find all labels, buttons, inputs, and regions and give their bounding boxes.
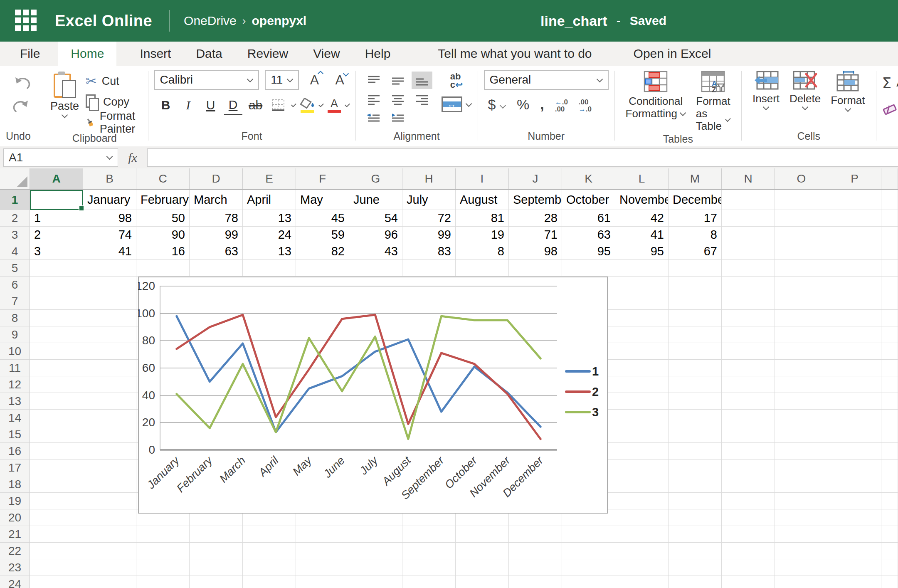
cell-L17[interactable] <box>615 460 669 476</box>
row-header-8[interactable]: 8 <box>0 310 30 326</box>
cell-F22[interactable] <box>296 543 349 559</box>
cell-N3[interactable] <box>722 227 775 243</box>
undo-button[interactable] <box>12 76 31 92</box>
delete-cells-button[interactable]: Delete <box>789 71 821 111</box>
increase-decimal-button[interactable]: ←.0.00 <box>555 99 568 113</box>
cell-D2[interactable]: 78 <box>190 210 243 227</box>
strikethrough-button[interactable]: ab <box>247 96 265 114</box>
cell-D5[interactable] <box>190 260 243 277</box>
column-header-O[interactable]: O <box>775 168 828 189</box>
row-header-17[interactable]: 17 <box>0 460 30 476</box>
cell-M1[interactable]: December <box>669 190 722 210</box>
cell-P13[interactable] <box>828 393 881 410</box>
cell-G23[interactable] <box>349 559 402 576</box>
cell-F23[interactable] <box>296 559 349 576</box>
cell-E4[interactable]: 13 <box>243 243 296 260</box>
cell-M6[interactable] <box>669 277 722 293</box>
cell-N20[interactable] <box>722 509 775 526</box>
row-header-9[interactable]: 9 <box>0 326 30 343</box>
cell-E2[interactable]: 13 <box>243 210 296 227</box>
cell-O6[interactable] <box>775 277 828 293</box>
cell-L22[interactable] <box>615 543 669 559</box>
align-bottom-button[interactable] <box>412 72 432 89</box>
fill-color-button[interactable] <box>300 98 315 113</box>
cell-O23[interactable] <box>775 559 828 576</box>
format-as-table-button[interactable]: A Z Format as Table <box>696 71 730 132</box>
cell-C21[interactable] <box>136 526 190 543</box>
cell-H22[interactable] <box>402 543 456 559</box>
cell-J22[interactable] <box>509 543 562 559</box>
cell-N13[interactable] <box>722 393 775 410</box>
cell-O17[interactable] <box>775 460 828 476</box>
cell-partial[interactable] <box>881 293 898 310</box>
cell-A24[interactable] <box>30 576 83 588</box>
cell-L19[interactable] <box>615 493 669 509</box>
cell-N6[interactable] <box>722 277 775 293</box>
cell-M24[interactable] <box>669 576 722 588</box>
cell-B6[interactable] <box>83 277 136 293</box>
cell-M4[interactable]: 67 <box>669 243 722 260</box>
cell-J4[interactable]: 98 <box>509 243 562 260</box>
cell-I1[interactable]: August <box>456 190 509 210</box>
cell-N21[interactable] <box>722 526 775 543</box>
cell-A20[interactable] <box>30 509 83 526</box>
cell-L16[interactable] <box>615 443 669 460</box>
cell-G21[interactable] <box>349 526 402 543</box>
underline-button[interactable]: U <box>202 96 220 114</box>
cut-button[interactable]: ✂ Cut <box>86 72 142 90</box>
cell-M17[interactable] <box>669 460 722 476</box>
format-as-table-dropdown-icon[interactable] <box>725 116 730 121</box>
cell-A1[interactable] <box>30 190 83 210</box>
copy-button[interactable]: Copy <box>86 93 142 111</box>
cell-partial[interactable] <box>881 526 898 543</box>
name-box[interactable]: A1 <box>3 148 118 167</box>
cell-P4[interactable] <box>828 243 881 260</box>
paste-button[interactable]: Paste <box>50 72 79 119</box>
document-title[interactable]: line_chart <box>540 13 607 29</box>
cell-N1[interactable] <box>722 190 775 210</box>
cell-J24[interactable] <box>509 576 562 588</box>
cell-P14[interactable] <box>828 410 881 426</box>
cell-M16[interactable] <box>669 443 722 460</box>
cell-A4[interactable]: 3 <box>30 243 83 260</box>
cell-A22[interactable] <box>30 543 83 559</box>
wrap-text-button[interactable]: ab c↩ <box>450 72 463 89</box>
cell-P1[interactable] <box>828 190 881 210</box>
row-header-16[interactable]: 16 <box>0 443 30 460</box>
cell-A9[interactable] <box>30 326 83 343</box>
cell-O19[interactable] <box>775 493 828 509</box>
cell-M19[interactable] <box>669 493 722 509</box>
row-header-11[interactable]: 11 <box>0 360 30 376</box>
cell-P15[interactable] <box>828 426 881 443</box>
cell-N17[interactable] <box>722 460 775 476</box>
cell-partial[interactable] <box>881 443 898 460</box>
cell-L6[interactable] <box>615 277 669 293</box>
cell-I2[interactable]: 81 <box>456 210 509 227</box>
paste-dropdown-icon[interactable] <box>62 112 68 119</box>
column-header-H[interactable]: H <box>402 168 456 189</box>
column-header-C[interactable]: C <box>136 168 190 189</box>
cell-B1[interactable]: January <box>83 190 136 210</box>
cell-B12[interactable] <box>83 376 136 393</box>
cell-M20[interactable] <box>669 509 722 526</box>
cell-O3[interactable] <box>775 227 828 243</box>
cell-G4[interactable]: 43 <box>349 243 402 260</box>
cell-L13[interactable] <box>615 393 669 410</box>
cell-O10[interactable] <box>775 343 828 360</box>
cell-D1[interactable]: March <box>190 190 243 210</box>
insert-function-button[interactable]: fx <box>118 149 147 166</box>
cell-I22[interactable] <box>456 543 509 559</box>
cell-I21[interactable] <box>456 526 509 543</box>
currency-format-button[interactable]: $ <box>488 96 506 113</box>
cell-O18[interactable] <box>775 476 828 493</box>
cell-F2[interactable]: 45 <box>296 210 349 227</box>
cell-A7[interactable] <box>30 293 83 310</box>
column-header-A[interactable]: A <box>30 168 83 189</box>
cell-M5[interactable] <box>669 260 722 277</box>
cell-N22[interactable] <box>722 543 775 559</box>
cell-N16[interactable] <box>722 443 775 460</box>
cell-O20[interactable] <box>775 509 828 526</box>
cell-E1[interactable]: April <box>243 190 296 210</box>
cell-partial[interactable] <box>881 460 898 476</box>
cell-partial[interactable] <box>881 277 898 293</box>
